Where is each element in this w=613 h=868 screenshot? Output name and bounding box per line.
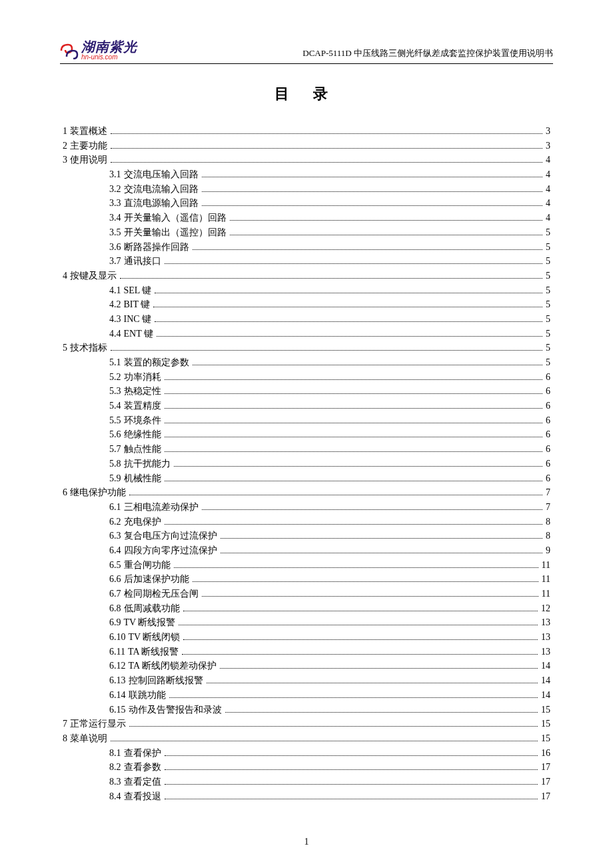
toc-leader-dots (111, 133, 542, 134)
toc-entry[interactable]: 3.7通讯接口5 (63, 254, 550, 269)
toc-entry-number: 8.2 (109, 760, 121, 775)
toc-entry-page: 6 (544, 413, 550, 428)
toc-entry[interactable]: 5.8抗干扰能力6 (63, 457, 550, 471)
toc-entry-number: 6.6 (109, 572, 121, 587)
toc-entry[interactable]: 5.7触点性能6 (63, 442, 550, 457)
toc-entry[interactable]: 5.4装置精度6 (63, 399, 550, 413)
toc-entry[interactable]: 8.2查看参数17 (63, 760, 550, 775)
toc-entry-number: 5 (63, 341, 67, 355)
toc-entry[interactable]: 6.5重合闸功能11 (63, 558, 550, 573)
toc-entry-label: 控制回路断线报警 (129, 673, 203, 688)
toc-entry-number: 6.13 (109, 673, 126, 688)
toc-leader-dots (221, 538, 543, 539)
toc-entry[interactable]: 5.1装置的额定参数5 (63, 355, 550, 370)
logo-mark-icon (60, 42, 80, 59)
toc-entry[interactable]: 5.9机械性能6 (63, 471, 550, 486)
toc-entry[interactable]: 6.3复合电压方向过流保护8 (63, 529, 550, 543)
toc-entry[interactable]: 4.1SEL 键5 (63, 283, 550, 298)
toc-entry-label: TV 断线闭锁 (129, 630, 181, 645)
toc-entry-number: 5.5 (109, 413, 121, 428)
toc-entry-label: 技术指标 (70, 341, 107, 355)
toc-entry[interactable]: 4.4ENT 键5 (63, 327, 550, 341)
toc-entry[interactable]: 6.14联跳功能14 (63, 688, 550, 703)
toc-entry[interactable]: 6.8低周减载功能12 (63, 601, 550, 616)
toc-leader-dots (165, 799, 538, 799)
toc-entry[interactable]: 6.12TA 断线闭锁差动保护14 (63, 659, 550, 673)
toc-entry[interactable]: 5.2功率消耗6 (63, 370, 550, 385)
toc-entry[interactable]: 6.13控制回路断线报警14 (63, 673, 550, 688)
toc-entry[interactable]: 5技术指标5 (63, 341, 550, 355)
toc-entry-page: 9 (544, 543, 550, 558)
toc-entry-label: ENT 键 (124, 327, 153, 341)
toc-entry[interactable]: 6继电保护功能7 (63, 485, 550, 500)
toc-entry[interactable]: 1装置概述3 (63, 124, 550, 139)
toc-entry-label: 通讯接口 (124, 254, 161, 269)
toc-entry[interactable]: 5.5环境条件6 (63, 413, 550, 428)
toc-entry[interactable]: 3.5开关量输出（遥控）回路5 (63, 225, 550, 240)
toc-entry-page: 6 (544, 370, 550, 385)
toc-entry[interactable]: 3使用说明4 (63, 153, 550, 167)
toc-entry-number: 3.6 (109, 240, 121, 255)
toc-entry-number: 5.3 (109, 384, 121, 399)
toc-entry-page: 17 (540, 789, 550, 804)
toc-leader-dots (165, 481, 543, 481)
toc-entry[interactable]: 6.15动作及告警报告和录波15 (63, 703, 550, 717)
toc-entry-label: 后加速保护功能 (124, 572, 189, 587)
toc-entry[interactable]: 6.11TA 断线报警13 (63, 645, 550, 659)
toc-entry[interactable]: 4.3INC 键5 (63, 312, 550, 327)
toc-entry-number: 4.1 (109, 283, 121, 298)
toc-leader-dots (111, 148, 542, 149)
toc-entry-number: 6.2 (109, 515, 121, 529)
toc-entry[interactable]: 6.4四段方向零序过流保护9 (63, 543, 550, 558)
toc-entry-page: 5 (544, 341, 550, 355)
toc-leader-dots (179, 625, 538, 625)
toc-entry[interactable]: 4.2BIT 键5 (63, 297, 550, 312)
toc-leader-dots (230, 220, 543, 221)
toc-entry-page: 5 (544, 297, 550, 312)
toc-leader-dots (120, 278, 542, 279)
toc-entry[interactable]: 4按键及显示5 (63, 269, 550, 283)
toc-entry-number: 5.9 (109, 471, 121, 486)
toc-entry[interactable]: 3.3直流电源输入回路4 (63, 196, 550, 211)
toc-entry-page: 5 (544, 312, 550, 327)
toc-entry-page: 5 (544, 254, 550, 269)
toc-entry[interactable]: 5.6绝缘性能6 (63, 427, 550, 442)
toc-entry-page: 15 (540, 717, 550, 731)
toc-entry-label: 查看投退 (124, 789, 161, 804)
toc-leader-dots (207, 683, 538, 683)
toc-entry-number: 1 (63, 124, 67, 139)
toc-entry-page: 14 (540, 659, 550, 673)
toc-leader-dots (202, 596, 538, 597)
toc-entry[interactable]: 8菜单说明15 (63, 731, 550, 746)
toc-entry-number: 6.12 (109, 659, 126, 673)
toc-entry[interactable]: 6.6后加速保护功能11 (63, 572, 550, 587)
toc-entry[interactable]: 5.3热稳定性6 (63, 384, 550, 399)
toc-entry-label: 交流电流输入回路 (124, 182, 199, 197)
toc-entry-label: 交流电压输入回路 (124, 167, 199, 182)
toc-entry[interactable]: 3.2交流电流输入回路4 (63, 182, 550, 197)
toc-entry[interactable]: 6.10TV 断线闭锁13 (63, 630, 550, 645)
toc-entry-number: 3.4 (109, 211, 121, 225)
toc-entry[interactable]: 6.7检同期检无压合闸11 (63, 587, 550, 601)
toc-entry-label: 环境条件 (124, 413, 161, 428)
toc-entry[interactable]: 3.4开关量输入（遥信）回路4 (63, 211, 550, 225)
toc-entry[interactable]: 6.9TV 断线报警13 (63, 615, 550, 630)
toc-heading: 目录 (73, 84, 553, 104)
toc-entry-page: 17 (540, 775, 550, 789)
toc-entry[interactable]: 8.4查看投退17 (63, 789, 550, 804)
toc-entry[interactable]: 6.2充电保护8 (63, 515, 550, 529)
toc-entry[interactable]: 8.3查看定值17 (63, 775, 550, 789)
toc-entry[interactable]: 7正常运行显示15 (63, 717, 550, 731)
toc-entry-label: 使用说明 (70, 153, 107, 167)
toc-leader-dots (165, 408, 543, 409)
toc-entry[interactable]: 2主要功能3 (63, 139, 550, 153)
toc-entry[interactable]: 3.6断路器操作回路5 (63, 240, 550, 255)
toc-entry[interactable]: 3.1交流电压输入回路4 (63, 167, 550, 182)
toc-entry-page: 6 (544, 442, 550, 457)
toc-entry-page: 6 (544, 384, 550, 399)
toc-entry-label: 装置精度 (124, 399, 161, 413)
toc-entry[interactable]: 8.1查看保护16 (63, 746, 550, 761)
toc-entry-label: 开关量输出（遥控）回路 (124, 225, 227, 240)
toc-entry-number: 6.8 (109, 601, 121, 616)
toc-entry[interactable]: 6.1三相电流差动保护7 (63, 500, 550, 515)
